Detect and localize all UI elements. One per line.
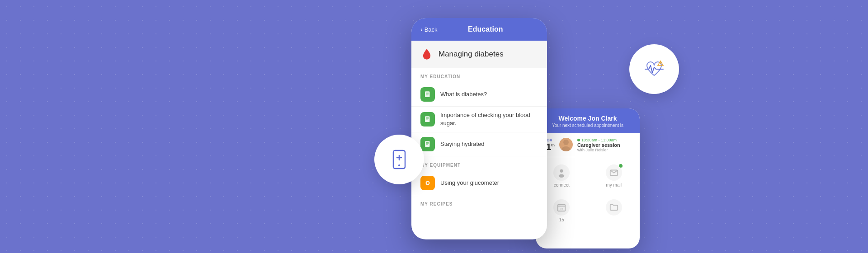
edu-icon-2 bbox=[420, 137, 435, 151]
education-header: ‹ Back Education bbox=[411, 18, 547, 41]
svg-rect-10 bbox=[426, 144, 429, 144]
phone-dashboard: Welcome Jon Clark Your next scheduled ap… bbox=[536, 108, 640, 248]
education-content: MY EDUCATION What is diabetes? Importanc… bbox=[411, 68, 547, 215]
svg-point-15 bbox=[561, 146, 571, 151]
blood-drop-icon bbox=[420, 48, 433, 61]
folder-icon bbox=[609, 202, 619, 212]
calendar-label: 15 bbox=[559, 217, 564, 222]
mail-label: my mail bbox=[606, 183, 622, 187]
edu-item-blood-sugar[interactable]: Importance of checking your blood sugar. bbox=[411, 107, 547, 132]
my-education-label: MY EDUCATION bbox=[411, 68, 547, 83]
edu-icon-glucometer bbox=[420, 176, 435, 190]
edu-item-diabetes[interactable]: What is diabetes? bbox=[411, 83, 547, 107]
mail-icon-container bbox=[606, 164, 622, 181]
svg-rect-7 bbox=[426, 120, 428, 120]
svg-text:15: 15 bbox=[560, 207, 564, 211]
my-recipes-label: MY RECIPES bbox=[411, 195, 547, 210]
edu-item-hydrated[interactable]: Staying hydrated bbox=[411, 132, 547, 156]
dashboard-grid: connect my mail bbox=[536, 157, 640, 192]
book-icon-2 bbox=[424, 115, 432, 123]
mail-icon bbox=[609, 168, 619, 178]
appointment-subtitle: Your next scheduled appointment is bbox=[541, 123, 634, 128]
svg-rect-6 bbox=[426, 119, 429, 119]
phone-plus-icon bbox=[388, 148, 410, 171]
svg-point-17 bbox=[559, 174, 565, 178]
my-equipment-label: MY EQUIPMENT bbox=[411, 156, 547, 171]
edu-item-text-0: What is diabetes? bbox=[440, 90, 487, 98]
svg-rect-5 bbox=[426, 117, 429, 118]
time-dot bbox=[577, 139, 580, 141]
welcome-name: Welcome Jon Clark bbox=[541, 115, 634, 122]
dashboard-row2: 15 15 bbox=[536, 192, 640, 227]
svg-point-28 bbox=[660, 65, 660, 65]
appointment-time: 10:30am - 11:00am bbox=[577, 138, 634, 142]
avatar-icon bbox=[559, 138, 573, 151]
svg-rect-2 bbox=[426, 94, 429, 94]
connect-label: connect bbox=[554, 183, 570, 187]
calendar-icon: 15 bbox=[557, 202, 566, 212]
book-icon bbox=[424, 90, 432, 98]
appointment-details: 10:30am - 11:00am Caregiver session with… bbox=[577, 138, 634, 152]
svg-rect-3 bbox=[426, 95, 428, 95]
screen-title: Education bbox=[442, 25, 538, 33]
calendar-icon-container: 15 bbox=[553, 199, 570, 216]
svg-point-14 bbox=[563, 140, 569, 145]
edu-icon-0 bbox=[420, 87, 435, 102]
book-icon-3 bbox=[424, 140, 432, 148]
mail-badge-dot bbox=[618, 164, 623, 168]
managing-diabetes-section: Managing diabetes bbox=[411, 41, 547, 68]
svg-rect-11 bbox=[426, 145, 428, 145]
edu-icon-1 bbox=[420, 112, 435, 126]
folder-icon-container bbox=[606, 199, 622, 216]
edu-item-text-2: Staying hydrated bbox=[440, 140, 485, 148]
dashboard-header: Welcome Jon Clark Your next scheduled ap… bbox=[536, 108, 640, 133]
svg-point-13 bbox=[427, 182, 429, 184]
svg-point-25 bbox=[398, 164, 400, 166]
back-button[interactable]: ‹ Back bbox=[420, 26, 438, 33]
glucometer-icon bbox=[424, 179, 432, 187]
mail-cell[interactable]: my mail bbox=[588, 157, 640, 192]
phone-education: ‹ Back Education Managing diabetes MY ED… bbox=[411, 18, 547, 239]
svg-point-16 bbox=[560, 169, 563, 173]
managing-title: Managing diabetes bbox=[439, 50, 504, 59]
svg-rect-1 bbox=[426, 93, 429, 93]
back-label: Back bbox=[425, 26, 438, 33]
folder-cell[interactable] bbox=[588, 192, 640, 227]
edu-item-text-1: Importance of checking your blood sugar. bbox=[440, 111, 538, 127]
edu-item-text-glucometer: Using your glucometer bbox=[440, 179, 499, 187]
appointment-with: with Julie Reisler bbox=[577, 148, 634, 152]
person-icon bbox=[557, 168, 566, 178]
edu-item-glucometer[interactable]: Using your glucometer bbox=[411, 171, 547, 195]
float-phone-circle bbox=[374, 135, 424, 184]
heart-monitor-icon bbox=[642, 56, 667, 82]
svg-rect-9 bbox=[426, 143, 429, 143]
float-heart-circle bbox=[629, 44, 679, 94]
caregiver-avatar bbox=[559, 138, 573, 151]
appointment-card[interactable]: NOV 11th 10:30am - 11:00am Caregiver ses… bbox=[536, 133, 640, 157]
appointment-session: Caregiver session bbox=[577, 142, 634, 148]
back-chevron-icon: ‹ bbox=[420, 26, 423, 33]
person-icon-container bbox=[553, 164, 570, 181]
